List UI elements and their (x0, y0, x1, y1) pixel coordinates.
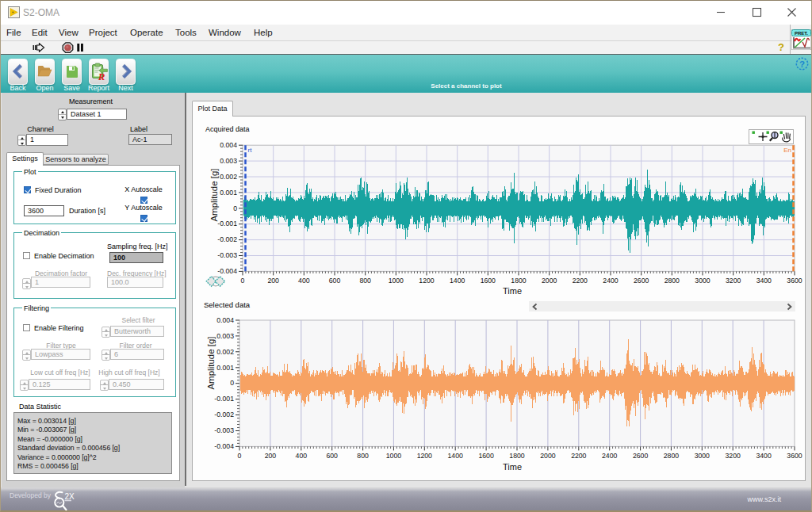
svg-text:600: 600 (329, 277, 341, 285)
svg-text:En: En (783, 147, 791, 154)
svg-text:3400: 3400 (756, 277, 772, 285)
svg-text:-0.004: -0.004 (217, 267, 237, 275)
svg-text:1200: 1200 (417, 452, 432, 460)
svg-text:2400: 2400 (603, 277, 618, 285)
svg-text:0.003: 0.003 (216, 332, 234, 340)
svg-text:0.004: 0.004 (220, 141, 237, 149)
svg-text:0: 0 (233, 204, 237, 212)
svg-text:0.001: 0.001 (220, 189, 237, 197)
svg-text:2000: 2000 (540, 452, 555, 460)
svg-text:3000: 3000 (695, 452, 710, 460)
svg-text:1600: 1600 (478, 452, 493, 460)
svg-text:2400: 2400 (602, 452, 617, 460)
svg-text:800: 800 (357, 452, 369, 460)
svg-text:3200: 3200 (726, 452, 741, 460)
svg-text:rt: rt (248, 147, 253, 154)
svg-text:0: 0 (230, 379, 234, 387)
svg-text:3200: 3200 (726, 277, 741, 285)
svg-text:2200: 2200 (571, 452, 586, 460)
svg-text:800: 800 (359, 277, 371, 285)
svg-text:1800: 1800 (511, 277, 526, 285)
svg-text:-0.003: -0.003 (217, 251, 237, 259)
svg-text:1400: 1400 (450, 277, 465, 285)
svg-text:Time: Time (503, 286, 522, 296)
svg-text:600: 600 (326, 452, 338, 460)
svg-text:-0.004: -0.004 (214, 442, 234, 450)
svg-text:0.004: 0.004 (216, 316, 234, 324)
svg-text:Amplitude [g]: Amplitude [g] (209, 168, 219, 221)
svg-text:3600: 3600 (787, 452, 802, 460)
svg-text:2X: 2X (65, 492, 75, 501)
svg-text:1600: 1600 (481, 277, 496, 285)
svg-text:2000: 2000 (542, 277, 557, 285)
svg-text:2800: 2800 (664, 452, 679, 460)
svg-text:3000: 3000 (695, 277, 710, 285)
svg-text:-0.001: -0.001 (217, 220, 237, 227)
svg-text:-0.003: -0.003 (214, 426, 234, 434)
svg-text:-0.002: -0.002 (214, 411, 234, 418)
svg-text:-0.002: -0.002 (217, 235, 237, 243)
svg-text:0.002: 0.002 (216, 348, 234, 356)
svg-text:0.002: 0.002 (220, 173, 237, 181)
svg-text:1200: 1200 (419, 277, 434, 285)
svg-text:200: 200 (267, 277, 279, 285)
svg-text:Time: Time (503, 462, 522, 472)
svg-text:1400: 1400 (448, 452, 463, 460)
svg-text:Amplitude [g]: Amplitude [g] (206, 336, 216, 389)
svg-text:200: 200 (265, 452, 277, 460)
svg-text:2800: 2800 (665, 277, 680, 285)
svg-text:0.001: 0.001 (216, 364, 234, 372)
svg-text:1800: 1800 (509, 452, 524, 460)
svg-text:2600: 2600 (633, 452, 648, 460)
svg-text:0: 0 (238, 452, 242, 460)
svg-text:1000: 1000 (389, 277, 404, 285)
svg-text:2600: 2600 (634, 277, 649, 285)
svg-text:1000: 1000 (386, 452, 401, 460)
svg-text:400: 400 (298, 277, 310, 285)
svg-text:2200: 2200 (573, 277, 588, 285)
svg-text:0: 0 (241, 277, 245, 285)
svg-text:3600: 3600 (787, 277, 802, 285)
svg-text:-0.001: -0.001 (214, 395, 234, 403)
svg-text:0.003: 0.003 (220, 157, 237, 165)
svg-text:400: 400 (296, 452, 308, 460)
svg-text:3400: 3400 (756, 452, 771, 460)
